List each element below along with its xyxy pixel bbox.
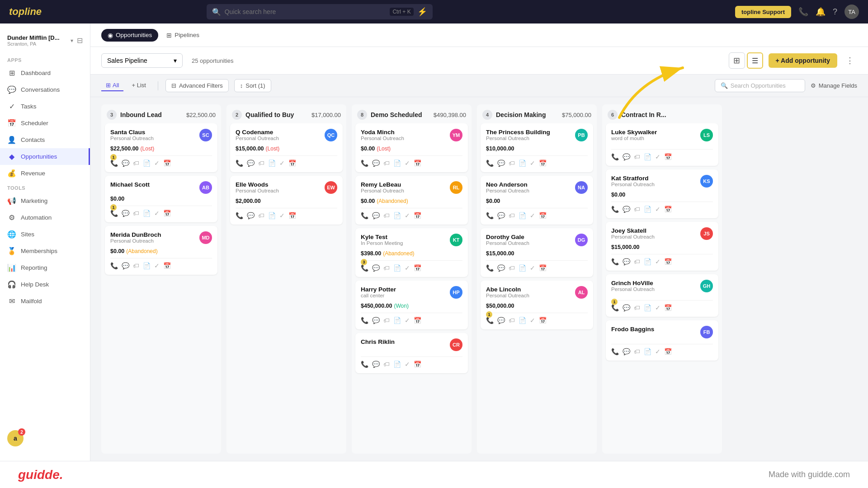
calendar-action-icon[interactable]: 📅 (664, 206, 672, 213)
tag-action-icon[interactable]: 🏷 (634, 258, 640, 265)
calendar-action-icon[interactable]: 📅 (539, 264, 547, 272)
calendar-action-icon[interactable]: 📅 (288, 212, 296, 219)
sidebar-item-revenue[interactable]: 💰 Revenue (0, 165, 90, 182)
calendar-action-icon[interactable]: 📅 (664, 258, 672, 265)
doc-action-icon[interactable]: 📄 (393, 264, 401, 272)
calendar-action-icon[interactable]: 📅 (539, 212, 547, 219)
check-action-icon[interactable]: ✓ (154, 262, 160, 269)
support-button[interactable]: topline Support (735, 6, 791, 18)
message-action-icon[interactable]: 💬 (497, 317, 505, 324)
calendar-action-icon[interactable]: 📅 (539, 317, 547, 324)
check-action-icon[interactable]: ✓ (655, 348, 660, 355)
table-row[interactable]: Luke Skywalker word of mouth LS 📞 💬 🏷 📄 … (606, 123, 718, 166)
doc-action-icon[interactable]: 📄 (519, 212, 526, 219)
tag-action-icon[interactable]: 🏷 (133, 262, 139, 269)
phone-action-icon[interactable]: 📞 (361, 361, 368, 368)
phone-action-icon[interactable]: 📞 (361, 317, 368, 324)
tag-action-icon[interactable]: 🏷 (383, 264, 390, 272)
table-row[interactable]: Elle Woods Personal Outreach EW $2,000.0… (230, 176, 343, 225)
tag-action-icon[interactable]: 🏷 (258, 160, 264, 167)
calendar-action-icon[interactable]: 📅 (163, 262, 171, 269)
tag-action-icon[interactable]: 🏷 (383, 317, 390, 324)
message-action-icon[interactable]: 💬 (372, 361, 380, 368)
table-row[interactable]: Neo Anderson Personal Outreach NA $0.00 … (481, 176, 593, 225)
tab-pipelines[interactable]: ⊞ Pipelines (160, 29, 206, 42)
calendar-action-icon[interactable]: 📅 (539, 160, 547, 167)
sidebar-item-marketing[interactable]: 📢 Marketing (0, 192, 90, 209)
sidebar-item-memberships[interactable]: 🏅 Memberships (0, 243, 90, 259)
table-row[interactable]: Abe Lincoln Personal Outreach AL $50,000… (481, 281, 593, 329)
phone-action-icon[interactable]: 📞 (110, 262, 118, 269)
advanced-filters-button[interactable]: ⊟ Advanced Filters (165, 79, 229, 92)
phone-action-icon[interactable]: 📞 (611, 206, 619, 213)
add-opportunity-button[interactable]: + Add opportunity (769, 53, 837, 68)
list-view-btn[interactable]: ☰ (747, 52, 763, 69)
view-tab-list[interactable]: + List (127, 80, 150, 91)
tag-action-icon[interactable]: 🏷 (133, 210, 139, 217)
lightning-icon[interactable]: ⚡ (417, 7, 427, 17)
check-action-icon[interactable]: ✓ (405, 264, 410, 272)
check-action-icon[interactable]: ✓ (655, 258, 660, 265)
table-row[interactable]: Merida DunBroch Personal Outreach MD $0.… (105, 226, 217, 275)
message-action-icon[interactable]: 💬 (122, 210, 129, 217)
company-selector[interactable]: Dunder Mifflin [D... Scranton, PA ▾ ⊟ (0, 31, 90, 54)
phone-action-icon[interactable]: 📞 (361, 212, 368, 219)
message-action-icon[interactable]: 💬 (372, 160, 380, 167)
check-action-icon[interactable]: ✓ (530, 317, 535, 324)
table-row[interactable]: Harry Potter call center HP $450,000.00 … (355, 281, 468, 329)
doc-action-icon[interactable]: 📄 (519, 264, 526, 272)
check-action-icon[interactable]: ✓ (154, 210, 160, 217)
phone-action-icon[interactable]: 📞 (611, 348, 619, 355)
tag-action-icon[interactable]: 🏷 (509, 317, 515, 324)
doc-action-icon[interactable]: 📄 (143, 262, 151, 269)
doc-action-icon[interactable]: 📄 (393, 160, 401, 167)
message-action-icon[interactable]: 💬 (623, 348, 630, 355)
doc-action-icon[interactable]: 📄 (644, 206, 651, 213)
doc-action-icon[interactable]: 📄 (393, 361, 401, 368)
message-action-icon[interactable]: 💬 (372, 317, 380, 324)
phone-action-icon[interactable]: 📞 (110, 160, 118, 167)
table-row[interactable]: Santa Claus Personal Outreach SC $22,500… (105, 123, 217, 172)
doc-action-icon[interactable]: 📄 (268, 212, 276, 219)
check-action-icon[interactable]: ✓ (530, 264, 535, 272)
calendar-action-icon[interactable]: 📅 (664, 153, 672, 160)
sidebar-item-helpdesk[interactable]: 🎧 Help Desk (0, 276, 90, 293)
message-action-icon[interactable]: 💬 (372, 212, 380, 219)
grid-view-btn[interactable]: ⊞ (729, 52, 745, 69)
phone-action-icon[interactable]: 📞 (611, 258, 619, 265)
check-action-icon[interactable]: ✓ (530, 160, 535, 167)
tag-action-icon[interactable]: 🏷 (634, 348, 640, 355)
help-icon[interactable]: ? (833, 7, 837, 17)
message-action-icon[interactable]: 💬 (623, 304, 630, 311)
doc-action-icon[interactable]: 📄 (393, 317, 401, 324)
table-row[interactable]: The Princess Building Personal Outreach … (481, 123, 593, 172)
check-action-icon[interactable]: ✓ (154, 160, 160, 167)
user-avatar[interactable]: a 2 (7, 430, 24, 446)
table-row[interactable]: Q Codename Personal Outreach QC $15,000.… (230, 123, 343, 172)
doc-action-icon[interactable]: 📄 (644, 304, 651, 311)
doc-action-icon[interactable]: 📄 (143, 210, 151, 217)
tag-action-icon[interactable]: 🏷 (509, 160, 515, 167)
sidebar-item-scheduler[interactable]: 📅 Scheduler (0, 115, 90, 131)
calendar-action-icon[interactable]: 📅 (163, 210, 171, 217)
phone-action-icon[interactable]: 📞 (486, 212, 494, 219)
search-opportunities[interactable]: 🔍 Search Opportunities (715, 79, 805, 92)
sort-button[interactable]: ↕ Sort (1) (234, 79, 271, 92)
phone-action-icon[interactable]: 📞 (486, 264, 494, 272)
sidebar-item-conversations[interactable]: 💬 Conversations (0, 81, 90, 98)
phone-action-icon[interactable]: 📞 (486, 160, 494, 167)
check-action-icon[interactable]: ✓ (405, 317, 410, 324)
sidebar-item-sites[interactable]: 🌐 Sites (0, 226, 90, 243)
sidebar-item-reporting[interactable]: 📊 Reporting (0, 259, 90, 276)
calendar-action-icon[interactable]: 📅 (163, 160, 171, 167)
tag-action-icon[interactable]: 🏷 (383, 160, 390, 167)
message-action-icon[interactable]: 💬 (623, 206, 630, 213)
check-action-icon[interactable]: ✓ (405, 212, 410, 219)
manage-fields-button[interactable]: ⚙ Manage Fields (811, 82, 857, 89)
table-row[interactable]: Remy LeBeau Personal Outreach RL $0.00 (… (355, 176, 468, 225)
table-row[interactable]: Kyle Test In Person Meeting KT $398.00 (… (355, 228, 468, 277)
doc-action-icon[interactable]: 📄 (644, 348, 651, 355)
calendar-action-icon[interactable]: 📅 (664, 348, 672, 355)
doc-action-icon[interactable]: 📄 (393, 212, 401, 219)
table-row[interactable]: Joey Skatell Personal Outreach JS $15,00… (606, 222, 718, 271)
